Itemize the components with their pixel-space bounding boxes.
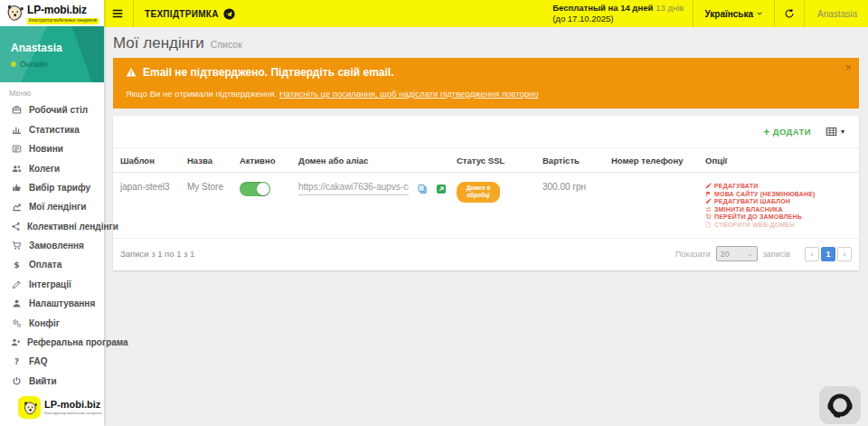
edit-icon bbox=[705, 198, 712, 204]
cell-price: 300.00 грн bbox=[542, 173, 611, 238]
topbar-divider bbox=[133, 0, 134, 27]
app-root: LP-mobi.biz Конструктор мобильных лендин… bbox=[0, 0, 868, 426]
sidebar-item-referral[interactable]: Реферальна програма bbox=[0, 333, 104, 352]
column-header-domain[interactable]: Домен або аліас bbox=[298, 148, 457, 172]
sidebar-item-integrations[interactable]: Інтеграції bbox=[0, 275, 104, 294]
cell-domain bbox=[298, 173, 457, 238]
topbar-username[interactable]: Anastasia bbox=[805, 9, 868, 19]
active-toggle[interactable] bbox=[240, 182, 270, 196]
caret-down-icon: ▾ bbox=[841, 128, 844, 136]
column-header-template[interactable]: Шаблон bbox=[120, 148, 187, 172]
column-header-price[interactable]: Вартість bbox=[542, 148, 611, 172]
copy-icon[interactable] bbox=[417, 184, 428, 194]
news-icon bbox=[11, 144, 23, 154]
table-header-row: Шаблон Назва Активно Домен або аліас Ста… bbox=[113, 148, 859, 173]
page-1-button[interactable]: 1 bbox=[821, 247, 835, 261]
cart-icon bbox=[705, 213, 712, 220]
sidebar-footer-logo[interactable]: LP-mobi.biz Конструктор мобільних лендін… bbox=[0, 391, 104, 426]
sidebar-item-colleagues[interactable]: Колеги bbox=[0, 158, 104, 177]
next-page-button[interactable]: › bbox=[837, 247, 852, 261]
table-row: japan-steel3 My Store Домен в обробці bbox=[113, 173, 859, 239]
colleagues-icon bbox=[11, 164, 23, 174]
toggle-knob bbox=[257, 183, 269, 195]
prev-page-button[interactable]: ‹ bbox=[805, 247, 819, 261]
page-content: Мої лендінги Список × Email не підтвердж… bbox=[104, 27, 868, 426]
table-toolbar: + ДОДАТИ ▾ bbox=[113, 116, 859, 148]
option-go-to-orders[interactable]: ПЕРЕЙТИ ДО ЗАМОВЛЕНЬ bbox=[705, 213, 848, 220]
power-icon bbox=[11, 376, 23, 386]
sidebar-user-status: Онлайн bbox=[11, 60, 104, 69]
sidebar: LP-mobi.biz Конструктор мобильных лендин… bbox=[0, 0, 104, 426]
resend-confirmation-link[interactable]: Натисніть це посилання, щоб надіслати пі… bbox=[279, 89, 539, 99]
table-footer: Записи з 1 по 1 з 1 Показати 20 ⌄ записі… bbox=[113, 239, 859, 270]
alert-body-text: Якщо Ви не отримали підтвердження. bbox=[126, 89, 279, 99]
sidebar-menu: Робочий стіл Статистика Новини Колеги Ви… bbox=[0, 100, 104, 391]
records-label: записів bbox=[763, 250, 790, 259]
sidebar-item-statistics[interactable]: Статистика bbox=[0, 120, 104, 139]
sidebar-item-logout[interactable]: Вийти bbox=[0, 372, 104, 391]
pager: ‹ 1 › bbox=[805, 247, 852, 261]
sidebar-item-config[interactable]: Конфіг bbox=[0, 313, 104, 332]
option-edit-template[interactable]: РЕДАГУВАТИ ШАБЛОН bbox=[705, 198, 848, 204]
sidebar-item-faq[interactable]: FAQ bbox=[0, 352, 104, 371]
sidebar-item-my-landings[interactable]: Мої лендінги bbox=[0, 197, 104, 216]
support-chat-widget[interactable] bbox=[819, 386, 861, 424]
page-size-select[interactable]: 20 ⌄ bbox=[716, 246, 758, 261]
chevron-down-icon bbox=[756, 10, 763, 17]
landings-table-card: + ДОДАТИ ▾ Шаблон Назва Активно Домен аб… bbox=[113, 116, 859, 270]
column-header-name[interactable]: Назва bbox=[187, 148, 240, 172]
sidebar-item-desktop[interactable]: Робочий стіл bbox=[0, 100, 104, 119]
close-icon[interactable]: × bbox=[844, 62, 852, 73]
document-icon bbox=[705, 222, 712, 228]
question-icon bbox=[11, 356, 23, 366]
refresh-icon[interactable] bbox=[775, 8, 804, 19]
cart-icon bbox=[11, 241, 23, 251]
warning-icon bbox=[126, 67, 137, 78]
option-site-language[interactable]: МОВА САЙТУ (НЕЗМІНЮВАНЕ) bbox=[705, 191, 848, 197]
brand-logo-link[interactable]: LP-mobi.biz Конструктор мобильных лендин… bbox=[0, 0, 104, 26]
sidebar-item-orders[interactable]: Замовлення bbox=[0, 236, 104, 255]
online-status-label: Онлайн bbox=[20, 60, 47, 69]
columns-toggle-button[interactable]: ▾ bbox=[826, 126, 844, 137]
page-title: Мої лендінги bbox=[113, 34, 204, 52]
language-label: Українська bbox=[704, 9, 753, 19]
add-button[interactable]: + ДОДАТИ bbox=[763, 127, 811, 137]
column-header-ssl[interactable]: Статус SSL bbox=[457, 148, 542, 172]
support-link[interactable]: ТЕХПІДТРИМКА bbox=[145, 8, 235, 20]
option-edit[interactable]: РЕДАГУВАТИ bbox=[705, 183, 848, 189]
hamburger-icon[interactable] bbox=[111, 7, 124, 20]
edit-icon bbox=[705, 183, 712, 189]
alert-title: Email не підтверджено. Підтвердіть свій … bbox=[143, 66, 394, 79]
user-plus-icon bbox=[11, 337, 21, 347]
cell-ssl-status: Домен в обробці bbox=[457, 173, 542, 238]
domain-input[interactable] bbox=[298, 182, 409, 195]
gears-icon bbox=[11, 318, 23, 328]
share-icon bbox=[11, 222, 21, 232]
sidebar-user-name: Anastasia bbox=[11, 42, 104, 54]
column-header-options[interactable]: Опції bbox=[705, 148, 852, 172]
sidebar-item-settings[interactable]: Налаштування bbox=[0, 294, 104, 313]
cell-name: My Store bbox=[187, 173, 240, 238]
sidebar-item-payment[interactable]: Оплата bbox=[0, 255, 104, 274]
brand-tagline: Конструктор мобильных лендингов bbox=[27, 18, 99, 24]
statistics-icon bbox=[11, 125, 23, 135]
tariff-icon bbox=[11, 183, 23, 193]
trial-days-left: 13 днів bbox=[656, 3, 684, 13]
trial-info: Бесплатный на 14 дней13 днів (до 17.10.2… bbox=[552, 3, 693, 24]
language-dropdown[interactable]: Українська bbox=[693, 9, 774, 19]
sidebar-user-panel: Anastasia Онлайн bbox=[0, 26, 104, 83]
column-header-phone[interactable]: Номер телефону bbox=[611, 148, 705, 172]
sidebar-item-collective-landings[interactable]: Колективні лендінги bbox=[0, 216, 104, 235]
ssl-status-badge: Домен в обробці bbox=[457, 182, 500, 203]
column-header-active[interactable]: Активно bbox=[240, 148, 298, 172]
dollar-icon bbox=[11, 260, 23, 270]
cell-phone bbox=[611, 173, 705, 238]
footer-brand-name: LP-mobi.biz bbox=[44, 400, 102, 410]
sidebar-item-news[interactable]: Новини bbox=[0, 139, 104, 158]
external-link-icon[interactable] bbox=[436, 184, 447, 194]
option-change-owner[interactable]: ЗМІНИТИ ВЛАСНИКА bbox=[705, 206, 848, 213]
sidebar-item-tariff[interactable]: Вибір тарифу bbox=[0, 178, 104, 197]
alert-body: Якщо Ви не отримали підтвердження. Натис… bbox=[126, 89, 832, 99]
trial-until: (до 17.10.2025) bbox=[552, 14, 684, 24]
grid-icon bbox=[826, 126, 837, 137]
